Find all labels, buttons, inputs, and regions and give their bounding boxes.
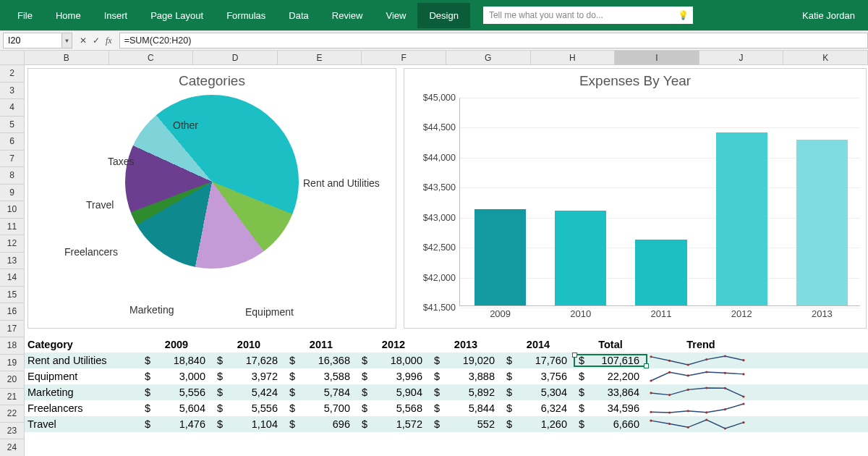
row-header-18[interactable]: 18 [0, 337, 25, 355]
col-header-G[interactable]: G [446, 51, 531, 65]
table-header-cell[interactable]: 2014 [502, 339, 574, 350]
table-header-cell[interactable]: 2012 [357, 339, 430, 350]
sparkline-cell[interactable] [647, 385, 755, 400]
row-header-3[interactable]: 3 [0, 83, 25, 100]
value-cell[interactable]: $3,888 [430, 371, 502, 382]
total-cell[interactable]: $6,660 [574, 418, 647, 430]
row-header-21[interactable]: 21 [0, 389, 25, 406]
row-header-20[interactable]: 20 [0, 371, 25, 389]
row-header-5[interactable]: 5 [0, 117, 25, 134]
row-header-12[interactable]: 12 [0, 235, 25, 253]
row-header-14[interactable]: 14 [0, 269, 25, 287]
col-header-D[interactable]: D [193, 51, 278, 65]
row-header-2[interactable]: 2 [0, 65, 25, 83]
value-cell[interactable]: $6,324 [502, 402, 574, 414]
value-cell[interactable]: $3,972 [213, 371, 285, 382]
category-cell[interactable]: Rent and Utilities [25, 355, 140, 366]
cancel-icon[interactable]: ✕ [80, 35, 87, 46]
value-cell[interactable]: $5,784 [285, 387, 357, 398]
ribbon-tab-data[interactable]: Data [277, 3, 320, 28]
row-header-17[interactable]: 17 [0, 321, 25, 338]
row-header-19[interactable]: 19 [0, 355, 25, 372]
row-header-10[interactable]: 10 [0, 201, 25, 219]
value-cell[interactable]: $16,368 [285, 355, 357, 366]
value-cell[interactable]: $17,628 [213, 355, 285, 366]
row-header-13[interactable]: 13 [0, 253, 25, 270]
value-cell[interactable]: $5,892 [430, 387, 502, 398]
ribbon-tab-design[interactable]: Design [417, 3, 469, 28]
category-cell[interactable]: Freelancers [25, 402, 140, 414]
row-header-15[interactable]: 15 [0, 287, 25, 304]
accept-icon[interactable]: ✓ [93, 35, 100, 46]
col-header-B[interactable]: B [25, 51, 109, 65]
user-name[interactable]: Katie Jordan [802, 10, 855, 21]
name-box[interactable]: I20 [3, 33, 62, 48]
sparkline-cell[interactable] [647, 417, 755, 431]
sparkline-cell[interactable] [647, 353, 755, 368]
value-cell[interactable]: $3,756 [502, 371, 574, 382]
bar-chart[interactable]: Expenses By Year $41,500$42,000$42,500$4… [404, 68, 867, 329]
row-header-16[interactable]: 16 [0, 303, 25, 321]
total-cell[interactable]: $34,596 [574, 402, 647, 414]
value-cell[interactable]: $1,260 [502, 418, 574, 430]
col-header-E[interactable]: E [278, 51, 362, 65]
value-cell[interactable]: $5,304 [502, 387, 574, 398]
total-cell[interactable]: $33,864 [574, 387, 647, 398]
col-header-H[interactable]: H [531, 51, 616, 65]
value-cell[interactable]: $3,996 [357, 371, 430, 382]
ribbon-tab-file[interactable]: File [6, 3, 44, 28]
sheet-content[interactable]: Categories Rent and UtilitiesEquipmentMa… [25, 65, 868, 456]
value-cell[interactable]: $18,000 [357, 355, 430, 366]
table-header-cell[interactable]: Category [25, 339, 140, 350]
table-header-cell[interactable]: Trend [647, 339, 755, 350]
value-cell[interactable]: $18,840 [140, 355, 213, 366]
value-cell[interactable]: $5,556 [140, 387, 213, 398]
pie-chart[interactable]: Categories Rent and UtilitiesEquipmentMa… [27, 68, 396, 329]
select-all-corner[interactable] [0, 51, 25, 65]
table-header-cell[interactable]: 2011 [285, 339, 357, 350]
value-cell[interactable]: $5,424 [213, 387, 285, 398]
value-cell[interactable]: $19,020 [430, 355, 502, 366]
value-cell[interactable]: $552 [430, 418, 502, 430]
table-header-cell[interactable]: Total [574, 339, 647, 350]
row-header-8[interactable]: 8 [0, 167, 25, 185]
value-cell[interactable]: $17,760 [502, 355, 574, 366]
name-box-dropdown[interactable]: ▼ [62, 33, 72, 48]
formula-input[interactable]: =SUM(C20:H20) [119, 33, 868, 48]
value-cell[interactable]: $5,556 [213, 402, 285, 414]
table-header-cell[interactable]: 2009 [140, 339, 213, 350]
table-header-cell[interactable]: 2013 [430, 339, 502, 350]
col-header-I[interactable]: I [615, 51, 699, 65]
row-header-4[interactable]: 4 [0, 99, 25, 117]
col-header-C[interactable]: C [109, 51, 194, 65]
value-cell[interactable]: $1,572 [357, 418, 430, 430]
row-header-11[interactable]: 11 [0, 219, 25, 236]
value-cell[interactable]: $5,904 [357, 387, 430, 398]
value-cell[interactable]: $3,000 [140, 371, 213, 382]
row-header-23[interactable]: 23 [0, 423, 25, 440]
row-header-9[interactable]: 9 [0, 185, 25, 202]
row-header-6[interactable]: 6 [0, 133, 25, 151]
fx-icon[interactable]: fx [106, 35, 112, 46]
row-header-24[interactable]: 24 [0, 439, 25, 456]
value-cell[interactable]: $5,700 [285, 402, 357, 414]
value-cell[interactable]: $1,104 [213, 418, 285, 430]
category-cell[interactable]: Travel [25, 418, 140, 430]
value-cell[interactable]: $5,844 [430, 402, 502, 414]
value-cell[interactable]: $3,588 [285, 371, 357, 382]
value-cell[interactable]: $696 [285, 418, 357, 430]
table-header-cell[interactable]: 2010 [213, 339, 285, 350]
tellme-search[interactable]: Tell me what you want to do... 💡 [483, 7, 693, 24]
sparkline-cell[interactable] [647, 369, 755, 384]
total-cell[interactable]: $107,616 [574, 355, 647, 366]
ribbon-tab-insert[interactable]: Insert [93, 3, 140, 28]
category-cell[interactable]: Marketing [25, 387, 140, 398]
ribbon-tab-page-layout[interactable]: Page Layout [139, 3, 215, 28]
col-header-F[interactable]: F [362, 51, 446, 65]
category-cell[interactable]: Equipment [25, 371, 140, 382]
col-header-J[interactable]: J [699, 51, 784, 65]
sparkline-cell[interactable] [647, 401, 755, 415]
value-cell[interactable]: $5,604 [140, 402, 213, 414]
total-cell[interactable]: $22,200 [574, 371, 647, 382]
value-cell[interactable]: $5,568 [357, 402, 430, 414]
